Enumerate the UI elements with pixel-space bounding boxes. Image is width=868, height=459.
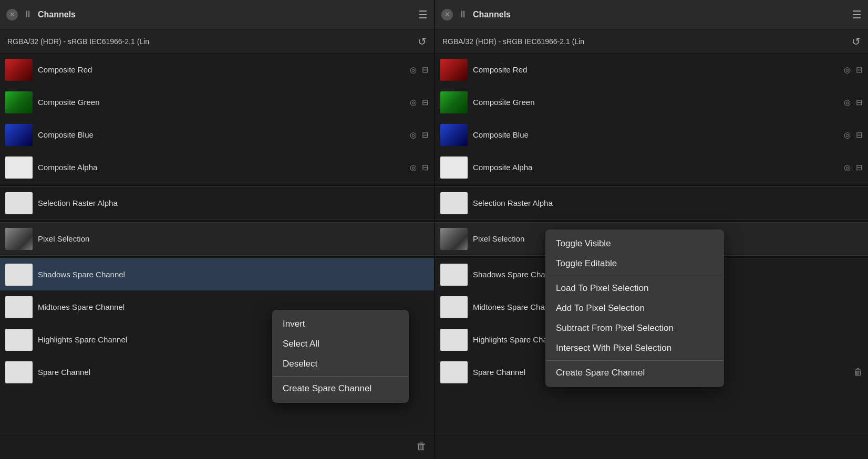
left-trash-button[interactable]: 🗑 [416,440,427,452]
right-icons-composite-green: ◎ ⊟ [844,98,863,107]
left-panel-header: ✕ ⏸ Channels ☰ [0,0,434,29]
right-name-composite-blue: Composite Blue [473,130,839,139]
left-sliders-icon-alpha[interactable]: ⊟ [422,163,429,172]
right-context-add-pixel[interactable]: Add To Pixel Selection [545,298,724,318]
left-panel-content: Composite Red ◎ ⊟ Composite Green ◎ ⊟ Co… [0,54,434,459]
right-thumb-composite-alpha [440,157,468,179]
left-close-button[interactable]: ✕ [6,9,18,20]
left-channel-shadows-spare[interactable]: Shadows Spare Channel [0,258,434,291]
left-icons-composite-red: ◎ ⊟ [410,65,429,75]
right-sliders-icon-green[interactable]: ⊟ [856,98,863,107]
right-eye-icon-blue[interactable]: ◎ [844,130,851,140]
left-sliders-icon-green[interactable]: ⊟ [422,98,429,107]
right-close-button[interactable]: ✕ [441,9,453,20]
right-trash-inline[interactable]: 🗑 [854,367,863,378]
left-thumb-composite-green [5,91,33,113]
right-thumb-selection-raster [440,192,468,214]
right-icons-composite-alpha: ◎ ⊟ [844,163,863,172]
left-name-shadows-spare: Shadows Spare Channel [38,270,429,279]
left-context-divider [272,376,409,377]
left-refresh-button[interactable]: ↺ [418,35,427,48]
left-icons-composite-green: ◎ ⊟ [410,98,429,107]
left-thumb-midtones-spare [5,296,33,318]
left-channel-composite-blue[interactable]: Composite Blue ◎ ⊟ [0,119,434,151]
left-color-mode-bar: RGBA/32 (HDR) - sRGB IEC61966-2.1 (Lin ↺ [0,29,434,54]
right-channel-composite-green[interactable]: Composite Green ◎ ⊟ [435,86,868,119]
left-thumb-spare [5,361,33,383]
left-eye-icon-green[interactable]: ◎ [410,98,417,107]
right-channel-composite-red[interactable]: Composite Red ◎ ⊟ [435,54,868,86]
right-eye-icon-red[interactable]: ◎ [844,65,851,75]
right-name-composite-red: Composite Red [473,65,839,74]
left-name-selection-raster: Selection Raster Alpha [38,199,429,207]
left-context-menu: Invert Select All Deselect Create Spare … [272,310,409,403]
right-thumb-composite-green [440,91,468,113]
left-thumb-composite-alpha [5,157,33,179]
right-icons-composite-blue: ◎ ⊟ [844,130,863,140]
right-context-toggle-editable[interactable]: Toggle Editable [545,254,724,274]
left-eye-icon-blue[interactable]: ◎ [410,130,417,140]
left-pause-button[interactable]: ⏸ [23,9,33,20]
right-panel-title: Channels [473,10,847,19]
right-panel-content: Composite Red ◎ ⊟ Composite Green ◎ ⊟ Co… [435,54,868,459]
left-sliders-icon-red[interactable]: ⊟ [422,65,429,75]
right-sliders-icon-blue[interactable]: ⊟ [856,130,863,140]
left-name-composite-green: Composite Green [38,98,405,107]
left-context-deselect[interactable]: Deselect [272,354,409,374]
left-name-composite-red: Composite Red [38,65,405,74]
left-thumb-shadows-spare [5,264,33,286]
right-eye-icon-alpha[interactable]: ◎ [844,163,851,172]
right-thumb-composite-blue [440,124,468,146]
left-icons-composite-alpha: ◎ ⊟ [410,163,429,172]
left-thumb-composite-red [5,59,33,81]
left-channel-composite-red[interactable]: Composite Red ◎ ⊟ [0,54,434,86]
left-color-mode-text: RGBA/32 (HDR) - sRGB IEC61966-2.1 (Lin [7,37,412,46]
left-sliders-icon-blue[interactable]: ⊟ [422,130,429,140]
right-name-selection-raster: Selection Raster Alpha [473,199,863,207]
right-context-load-pixel[interactable]: Load To Pixel Selection [545,278,724,298]
right-icons-composite-red: ◎ ⊟ [844,65,863,75]
right-channel-selection-raster[interactable]: Selection Raster Alpha [435,187,868,220]
right-context-menu: Toggle Visible Toggle Editable Load To P… [545,230,724,387]
left-channel-pixel-selection[interactable]: Pixel Selection [0,223,434,255]
left-context-create-spare[interactable]: Create Spare Channel [272,379,409,399]
left-channel-composite-alpha[interactable]: Composite Alpha ◎ ⊟ [0,151,434,184]
right-menu-button[interactable]: ☰ [852,8,862,21]
right-panel-header: ✕ ⏸ Channels ☰ [435,0,868,29]
left-channel-selection-raster[interactable]: Selection Raster Alpha [0,187,434,220]
left-thumb-composite-blue [5,124,33,146]
left-icons-composite-blue: ◎ ⊟ [410,130,429,140]
right-sliders-icon-alpha[interactable]: ⊟ [856,163,863,172]
right-context-intersect-pixel[interactable]: Intersect With Pixel Selection [545,338,724,358]
right-thumb-pixel-selection [440,228,468,250]
right-pause-button[interactable]: ⏸ [458,9,468,20]
right-context-divider-2 [545,360,724,361]
right-panel: ✕ ⏸ Channels ☰ RGBA/32 (HDR) - sRGB IEC6… [434,0,868,459]
left-panel: ✕ ⏸ Channels ☰ RGBA/32 (HDR) - sRGB IEC6… [0,0,434,459]
right-thumb-midtones-spare [440,296,468,318]
left-bottom-bar: 🗑 [0,433,434,459]
left-thumb-pixel-selection [5,228,33,250]
left-context-select-all[interactable]: Select All [272,334,409,354]
right-bottom-bar [435,433,868,459]
right-context-divider-1 [545,276,724,276]
left-menu-button[interactable]: ☰ [418,8,428,21]
right-channel-composite-alpha[interactable]: Composite Alpha ◎ ⊟ [435,151,868,184]
right-sliders-icon-red[interactable]: ⊟ [856,65,863,75]
right-context-subtract-pixel[interactable]: Subtract From Pixel Selection [545,318,724,338]
right-eye-icon-green[interactable]: ◎ [844,98,851,107]
left-thumb-highlights-spare [5,329,33,351]
left-eye-icon-alpha[interactable]: ◎ [410,163,417,172]
left-context-invert[interactable]: Invert [272,314,409,334]
right-color-mode-bar: RGBA/32 (HDR) - sRGB IEC61966-2.1 (Lin ↺ [435,29,868,54]
left-name-composite-blue: Composite Blue [38,130,405,139]
left-channel-composite-green[interactable]: Composite Green ◎ ⊟ [0,86,434,119]
right-channel-composite-blue[interactable]: Composite Blue ◎ ⊟ [435,119,868,151]
left-name-pixel-selection: Pixel Selection [38,234,429,243]
right-context-create-spare[interactable]: Create Spare Channel [545,363,724,383]
right-context-toggle-visible[interactable]: Toggle Visible [545,234,724,254]
left-eye-icon-red[interactable]: ◎ [410,65,417,75]
right-refresh-button[interactable]: ↺ [852,35,861,48]
left-thumb-selection-raster [5,192,33,214]
right-thumb-composite-red [440,59,468,81]
